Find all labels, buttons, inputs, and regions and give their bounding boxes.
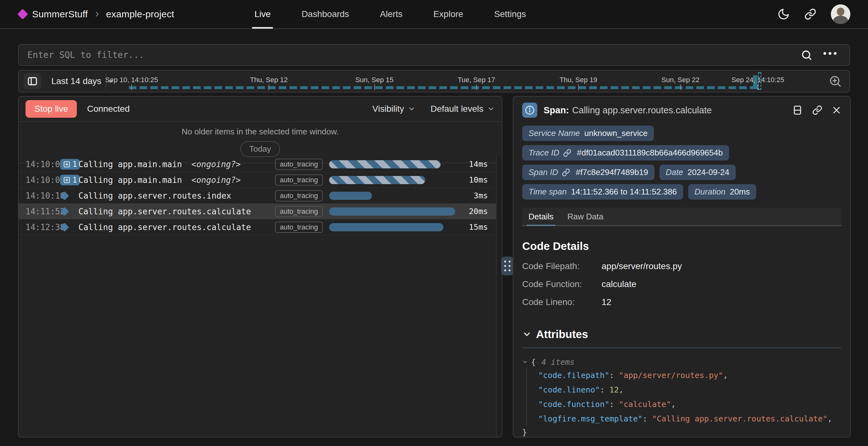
json-comma: , <box>723 371 728 380</box>
meta-label: Duration <box>694 187 725 197</box>
trace-row-name: Calling app.server.routes.calculate <box>79 207 251 216</box>
diamond-icon <box>60 223 69 231</box>
connection-status: Connected <box>87 104 129 114</box>
timeline-tick-mark <box>578 84 579 90</box>
attributes-heading: Attributes <box>522 328 841 341</box>
duration-bar-track <box>329 208 459 216</box>
json-close-brace: } <box>522 426 841 438</box>
code-detail-label: Code Lineno: <box>522 297 601 307</box>
tag-auto-tracing[interactable]: auto_tracing <box>275 159 322 170</box>
breadcrumb-org[interactable]: SummerStuff <box>32 9 88 20</box>
meta-value: 2024-09-24 <box>687 167 730 177</box>
chevron-right-icon <box>94 11 100 18</box>
tag-auto-tracing[interactable]: auto_tracing <box>275 190 322 201</box>
json-attribute: "code.function": "calculate", <box>538 397 841 412</box>
link-icon[interactable] <box>562 168 570 177</box>
nav-tabs: LiveDashboardsAlertsExploreSettings <box>252 0 528 28</box>
duration-bar-track <box>329 176 459 184</box>
timeline-zoom-in-icon[interactable] <box>829 70 842 92</box>
code-detail-label: Code Filepath: <box>522 261 601 271</box>
breadcrumb: SummerStuff example-project <box>19 0 174 28</box>
reader-view-icon[interactable] <box>792 105 803 116</box>
detail-tab-details[interactable]: Details <box>528 208 553 225</box>
nav-actions <box>777 0 850 28</box>
trace-row[interactable]: 14:10:16Calling app.server.routes.indexa… <box>19 188 496 204</box>
org-logo-icon[interactable] <box>17 9 28 20</box>
time-range-bar: Last 14 days Sep 10, 14:10:25Thu, Sep 12… <box>18 70 850 93</box>
expand-children-badge[interactable]: 1 <box>60 175 79 185</box>
duration-bar-track <box>329 160 459 168</box>
timeline-tick-label: Sun, Sep 15 <box>355 76 393 84</box>
trace-row-duration: 10ms <box>462 175 496 185</box>
tab-settings[interactable]: Settings <box>492 0 528 28</box>
timeline-tick-mark <box>476 84 477 90</box>
trace-row-name: Calling app.main.main <box>79 160 182 169</box>
detail-tab-raw-data[interactable]: Raw Data <box>567 208 603 225</box>
trace-row[interactable]: 14:11:52Calling app.server.routes.calcul… <box>19 204 496 219</box>
trace-row[interactable]: 14:10:051Calling app.main.main<ongoing?>… <box>19 156 496 172</box>
breadcrumb-project[interactable]: example-project <box>106 9 174 20</box>
span-detail-panel: Span:Calling app.server.routes.calculate… <box>513 96 851 438</box>
json-colon: : <box>600 385 610 394</box>
json-colon: : <box>643 414 652 423</box>
meta-duration: Duration20ms <box>688 184 756 199</box>
visibility-dropdown[interactable]: Visibility <box>372 104 415 114</box>
stop-live-button[interactable]: Stop live <box>26 100 77 118</box>
timeline-tick-mark <box>269 84 269 90</box>
json-colon: : <box>610 400 619 409</box>
trace-row-main: Calling app.main.main<ongoing?> <box>79 175 274 185</box>
meta-value: #df01acad0311189c8b66a466d969654b <box>577 148 723 158</box>
search-icon[interactable] <box>801 50 812 61</box>
code-detail-value: app/server/routes.py <box>601 261 682 271</box>
panel-resize-handle[interactable] <box>501 257 514 276</box>
attributes-divider <box>522 348 841 348</box>
expand-children-badge[interactable]: 1 <box>60 159 80 170</box>
more-options-icon[interactable]: ••• <box>823 49 839 61</box>
span-diamond-icon <box>60 224 79 230</box>
timeline-tick-mark <box>131 84 132 90</box>
expand-children-badge[interactable]: 1 <box>60 159 79 170</box>
trace-row-tag-wrap: auto_tracing <box>274 190 324 201</box>
tab-explore[interactable]: Explore <box>431 0 466 28</box>
duration-bar-track <box>329 192 459 200</box>
code-detail-row: Code Lineno:12 <box>522 297 841 307</box>
sidebar-toggle-button[interactable] <box>24 73 41 89</box>
expand-children-badge[interactable]: 1 <box>60 175 80 185</box>
user-avatar[interactable] <box>831 4 850 24</box>
trace-row-tag-wrap: auto_tracing <box>274 206 324 217</box>
trace-row[interactable]: 14:12:38Calling app.server.routes.calcul… <box>19 219 496 235</box>
sql-filter-input[interactable] <box>19 50 801 60</box>
trace-row-time: 14:10:06 <box>19 175 60 185</box>
tag-auto-tracing[interactable]: auto_tracing <box>275 174 322 186</box>
timeline-tick-label: Thu, Sep 19 <box>560 76 597 84</box>
trace-row-duration: 20ms <box>462 207 496 216</box>
live-panel-header: Stop live Connected Visibility Default l… <box>19 97 502 122</box>
default-levels-dropdown[interactable]: Default levels <box>431 104 495 114</box>
app-root: SummerStuff example-project LiveDashboar… <box>0 0 868 446</box>
close-icon[interactable] <box>832 105 841 115</box>
trace-row-tag-wrap: auto_tracing <box>274 174 324 186</box>
json-root-line[interactable]: { 4 items <box>522 356 841 368</box>
tab-live[interactable]: Live <box>252 0 273 28</box>
tab-dashboards[interactable]: Dashboards <box>299 0 351 28</box>
tag-auto-tracing[interactable]: auto_tracing <box>275 222 322 233</box>
duration-bar <box>329 176 425 184</box>
share-link-icon[interactable] <box>804 8 816 20</box>
trace-rows: 14:10:051Calling app.main.main<ongoing?>… <box>19 156 496 437</box>
scrollbar-track[interactable] <box>496 156 502 437</box>
link-icon[interactable] <box>563 149 571 157</box>
dark-mode-icon[interactable] <box>777 8 790 21</box>
timeline[interactable]: Sep 10, 14:10:25Thu, Sep 12Sun, Sep 15Tu… <box>111 70 814 92</box>
tag-auto-tracing[interactable]: auto_tracing <box>275 206 322 217</box>
chevron-down-icon <box>522 329 532 339</box>
trace-row-main: Calling app.server.routes.index <box>79 191 274 200</box>
copy-link-icon[interactable] <box>812 105 822 115</box>
duration-bar <box>329 208 455 216</box>
tab-alerts[interactable]: Alerts <box>377 0 405 28</box>
span-meta-row: Span ID#f7c8e294f7489b19Date2024-09-24 <box>522 165 841 180</box>
today-button[interactable]: Today <box>240 141 280 157</box>
code-detail-value: 12 <box>601 297 611 307</box>
json-entries: "code.filepath": "app/server/routes.py",… <box>526 368 841 426</box>
trace-row[interactable]: 14:10:061Calling app.main.main<ongoing?>… <box>19 172 496 188</box>
json-key: "code.filepath" <box>538 371 610 380</box>
